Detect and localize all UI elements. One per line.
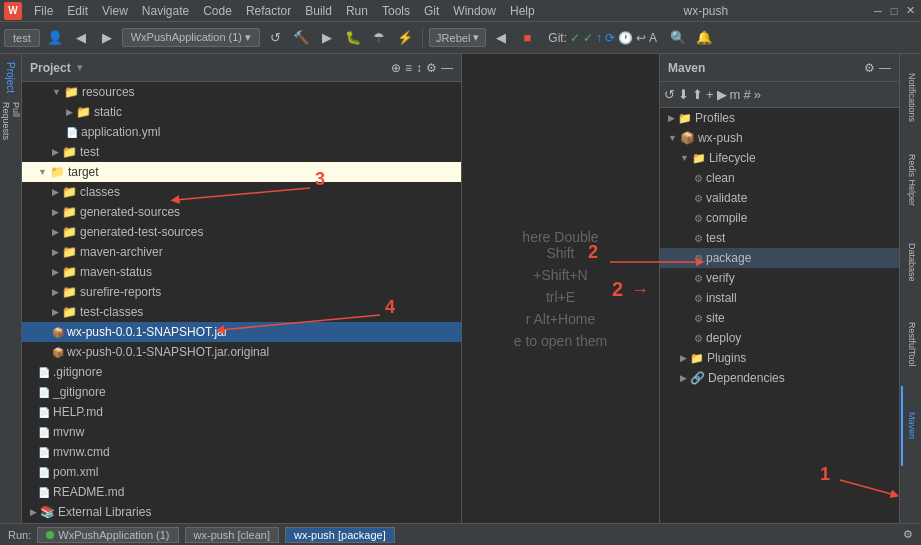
tree-item-helpmd[interactable]: 📄 HELP.md <box>22 402 461 422</box>
maven-item-clean[interactable]: ⚙ clean <box>660 168 899 188</box>
maven-item-verify[interactable]: ⚙ verify <box>660 268 899 288</box>
jrebel-button[interactable]: JRebel ▾ <box>429 28 486 47</box>
tree-item-maven-archiver[interactable]: ▶ 📁 maven-archiver <box>22 242 461 262</box>
project-tab[interactable]: test <box>4 29 40 47</box>
menu-navigate[interactable]: Navigate <box>136 2 195 20</box>
maven-item-wxpush[interactable]: ▼ 📦 wx-push <box>660 128 899 148</box>
maximize-button[interactable]: □ <box>887 4 901 18</box>
toolbar: test 👤 ◀ ▶ WxPushApplication (1) ▾ ↺ 🔨 ▶… <box>0 22 921 54</box>
maven-refresh-icon[interactable]: ↺ <box>664 87 675 102</box>
sidebar-pullrequests-icon[interactable]: Pull Requests <box>1 102 21 142</box>
maven-item-profiles[interactable]: ▶ 📁 Profiles <box>660 108 899 128</box>
settings-icon[interactable]: ⚙ <box>426 61 437 75</box>
sidebar-tab-restful[interactable]: RestfulTool <box>901 304 921 384</box>
maven-item-plugins[interactable]: ▶ 📁 Plugins <box>660 348 899 368</box>
tree-item-mvnwcmd[interactable]: 📄 mvnw.cmd <box>22 442 461 462</box>
menu-code[interactable]: Code <box>197 2 238 20</box>
sidebar-tab-maven[interactable]: Maven <box>901 386 921 466</box>
coverage-button[interactable]: ☂ <box>368 27 390 49</box>
maven-more-icon[interactable]: » <box>754 87 761 102</box>
maven-item-compile[interactable]: ⚙ compile <box>660 208 899 228</box>
maven-add-icon[interactable]: ⬆ <box>692 87 703 102</box>
tree-item-gitignore[interactable]: 📄 .gitignore <box>22 362 461 382</box>
prev-button[interactable]: ◀ <box>490 27 512 49</box>
tree-item-test[interactable]: ▶ 📁 test <box>22 142 461 162</box>
menu-build[interactable]: Build <box>299 2 338 20</box>
tree-item-mvnw[interactable]: 📄 mvnw <box>22 422 461 442</box>
panel-dropdown-icon[interactable]: ▾ <box>77 61 83 74</box>
bottom-tab-package[interactable]: wx-push [package] <box>285 527 395 543</box>
maven-reimport-icon[interactable]: ⬇ <box>678 87 689 102</box>
minimize-button[interactable]: ─ <box>871 4 885 18</box>
sidebar-tab-redis[interactable]: Redis Helper <box>901 140 921 220</box>
tree-item-target[interactable]: ▼ 📁 target <box>22 162 461 182</box>
bottom-tab-clean[interactable]: wx-push [clean] <box>185 527 279 543</box>
close-panel-icon[interactable]: — <box>441 61 453 75</box>
back-button[interactable]: ◀ <box>70 27 92 49</box>
close-button[interactable]: ✕ <box>903 4 917 18</box>
stop-button[interactable]: ■ <box>516 27 538 49</box>
maven-item-install[interactable]: ⚙ install <box>660 288 899 308</box>
menu-git[interactable]: Git <box>418 2 445 20</box>
app-config-selector[interactable]: WxPushApplication (1) ▾ <box>122 28 260 47</box>
profile-button[interactable]: ⚡ <box>394 27 416 49</box>
tree-item-resources[interactable]: ▼ 📁 resources <box>22 82 461 102</box>
tree-item-jar[interactable]: 📦 wx-push-0.0.1-SNAPSHOT.jar <box>22 322 461 342</box>
forward-button[interactable]: ▶ <box>96 27 118 49</box>
sidebar-project-icon[interactable]: Project <box>1 58 21 98</box>
git-undo-icon[interactable]: ↩ <box>636 31 646 45</box>
maven-item-lifecycle[interactable]: ▼ 📁 Lifecycle <box>660 148 899 168</box>
git-push-icon[interactable]: ↑ <box>596 31 602 45</box>
tree-item-pomxml[interactable]: 📄 pom.xml <box>22 462 461 482</box>
sidebar-tab-notifications[interactable]: Notifications <box>901 58 921 138</box>
git-translate-icon[interactable]: A <box>649 31 657 45</box>
menu-edit[interactable]: Edit <box>61 2 94 20</box>
tree-item-readmemd[interactable]: 📄 README.md <box>22 482 461 502</box>
tree-item-gen-test-sources[interactable]: ▶ 📁 generated-test-sources <box>22 222 461 242</box>
tree-item-ext-libs[interactable]: ▶ 📚 External Libraries <box>22 502 461 522</box>
tree-item-maven-status[interactable]: ▶ 📁 maven-status <box>22 262 461 282</box>
menu-file[interactable]: File <box>28 2 59 20</box>
menu-window[interactable]: Window <box>447 2 502 20</box>
reload-button[interactable]: ↺ <box>264 27 286 49</box>
tree-item-jar-original[interactable]: 📦 wx-push-0.0.1-SNAPSHOT.jar.original <box>22 342 461 362</box>
tree-item-gitignore2[interactable]: 📄 _gitignore <box>22 382 461 402</box>
menu-help[interactable]: Help <box>504 2 541 20</box>
notification-button[interactable]: 🔔 <box>693 27 715 49</box>
maven-run-icon[interactable]: ▶ <box>717 87 727 102</box>
menu-tools[interactable]: Tools <box>376 2 416 20</box>
git-pull-icon[interactable]: ⟳ <box>605 31 615 45</box>
maven-settings-icon[interactable]: ⚙ <box>864 61 875 75</box>
git-history-icon[interactable]: 🕐 <box>618 31 633 45</box>
maven-new-icon[interactable]: + <box>706 87 714 102</box>
menu-refactor[interactable]: Refactor <box>240 2 297 20</box>
maven-m-icon[interactable]: m <box>730 87 741 102</box>
maven-item-site[interactable]: ⚙ site <box>660 308 899 328</box>
tree-item-classes[interactable]: ▶ 📁 classes <box>22 182 461 202</box>
tree-item-static[interactable]: ▶ 📁 static <box>22 102 461 122</box>
gear-icon: ⚙ <box>694 233 703 244</box>
run-button[interactable]: ▶ <box>316 27 338 49</box>
debug-button[interactable]: 🐛 <box>342 27 364 49</box>
maven-skip-icon[interactable]: # <box>743 87 750 102</box>
locate-icon[interactable]: ⊕ <box>391 61 401 75</box>
maven-item-test[interactable]: ⚙ test <box>660 228 899 248</box>
tree-item-test-classes[interactable]: ▶ 📁 test-classes <box>22 302 461 322</box>
bottom-settings-icon[interactable]: ⚙ <box>903 528 913 541</box>
collapse-icon[interactable]: ≡ <box>405 61 412 75</box>
maven-close-icon[interactable]: — <box>879 61 891 75</box>
menu-view[interactable]: View <box>96 2 134 20</box>
sort-icon[interactable]: ↕ <box>416 61 422 75</box>
bottom-tab-app[interactable]: WxPushApplication (1) <box>37 527 178 543</box>
tree-item-appyml[interactable]: 📄 application.yml <box>22 122 461 142</box>
maven-item-package[interactable]: ⚙ package <box>660 248 899 268</box>
search-button[interactable]: 🔍 <box>667 27 689 49</box>
tree-item-surefire[interactable]: ▶ 📁 surefire-reports <box>22 282 461 302</box>
maven-item-deploy[interactable]: ⚙ deploy <box>660 328 899 348</box>
menu-run[interactable]: Run <box>340 2 374 20</box>
maven-item-validate[interactable]: ⚙ validate <box>660 188 899 208</box>
build-button[interactable]: 🔨 <box>290 27 312 49</box>
sidebar-tab-database[interactable]: Database <box>901 222 921 302</box>
tree-item-gen-sources[interactable]: ▶ 📁 generated-sources <box>22 202 461 222</box>
maven-item-dependencies[interactable]: ▶ 🔗 Dependencies <box>660 368 899 388</box>
